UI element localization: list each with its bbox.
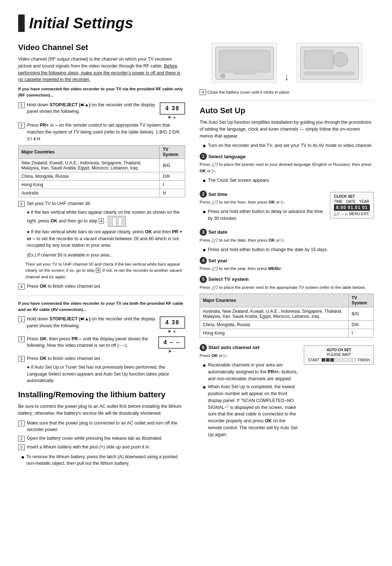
progress-bar	[322, 358, 356, 362]
table2-header-system: TV System	[348, 294, 373, 307]
video-channel-heading: Video Channel Set	[18, 43, 185, 52]
video-channel-intro: Video channel (RF output channel) is the…	[18, 56, 185, 83]
seg-7	[348, 358, 351, 362]
please-wait-label: PLEASE WAIT	[308, 353, 370, 357]
battery-step-1: 1 Make sure that the power plug is conne…	[18, 420, 185, 434]
ex-note: (Ex.) If channel 50 is available in your…	[27, 252, 185, 258]
table-row: New Zealand, Kuwait, U.A.E., Indonesia, …	[19, 159, 185, 172]
seg-6	[343, 358, 347, 362]
av-steps-list: 1 Hold down STOP/EJECT (■/▲) on the reco…	[18, 316, 155, 331]
clock-set-value: 8:00 01.01 01	[334, 204, 370, 211]
step-2-content: 2 Set time Press △▽ to set the hour, the…	[200, 187, 324, 225]
device-image-bottom	[297, 43, 362, 83]
av-step-2: 2 Press OK, then press PR – until the di…	[18, 336, 154, 349]
step-circle-3: 3	[200, 229, 207, 236]
finish-label: FINISH	[358, 358, 370, 362]
step-3-body: Press △▽ to set the date, then press OK …	[200, 237, 374, 243]
display-box-2-icon: ▶ ▲	[160, 329, 185, 333]
clock-set-nav: △▽ → ▷ MENU EXIT	[334, 212, 370, 216]
step-num-2: 2	[18, 123, 25, 128]
step-1-title: 1 Select language	[200, 153, 374, 160]
progress-row: START FINISH	[308, 358, 370, 362]
step-1-bullets: ● The Clock Set screen appears.	[203, 177, 374, 184]
right-column: ↓ 4 Close the battery cover until it cli…	[200, 43, 374, 473]
step-num-6: 4	[18, 284, 25, 290]
start-label: START	[308, 358, 319, 362]
bullet-icon-s6a: ●	[203, 362, 206, 369]
auto-ch-label: AUTO CH SET	[308, 348, 370, 352]
clock-set-box: CLOCK SET TIME DATE YEAR 8:00 01.01 01 △…	[330, 190, 374, 218]
step-2-label: Set time	[208, 192, 228, 197]
step-circle-4: 4	[200, 257, 207, 264]
rf-step-6-list: 4 Press OK to finish video channel set.	[18, 283, 185, 290]
rf-step-6: 4 Press OK to finish video channel set.	[18, 283, 185, 290]
device-images-section: ↓	[200, 43, 374, 83]
white-bars-img	[108, 216, 126, 227]
battery-step-2: 2 Open the battery cover while pressing …	[18, 435, 185, 442]
bullet-icon-s3: ●	[203, 246, 206, 253]
tv-system-table-1: Major Countries TV System New Zealand, K…	[18, 145, 185, 197]
seg-8	[352, 358, 356, 362]
display-box-3-icon: ▶ –	[158, 349, 185, 353]
display-box-1: 4 38	[160, 102, 185, 115]
step-circle-2: 2	[200, 190, 207, 198]
step-1-body: Press △▽ to place the pointer next to yo…	[200, 161, 374, 174]
svg-point-2	[221, 74, 225, 78]
seg-4	[335, 358, 338, 362]
step-num-1: 1	[18, 102, 25, 108]
arrow-connector: ↓	[284, 71, 289, 83]
step-6-body: Press OK or ▷.	[200, 353, 298, 359]
svg-rect-7	[304, 71, 355, 75]
battery-bullet-list: ● To remove the lithium battery, press t…	[21, 454, 185, 467]
av-step-1: 1 Hold down STOP/EJECT (■/▲) on the reco…	[18, 316, 155, 329]
device-image-top	[212, 43, 277, 83]
table-row: Australia, New Zealand, Kuwait, U.A.E., …	[200, 307, 374, 320]
step-5-body: Press △▽ to place the pointer next to th…	[200, 284, 374, 291]
page-title: Initial Settings	[18, 15, 374, 32]
video-channel-set-section: Video Channel Set Video channel (RF outp…	[18, 43, 185, 384]
title-bar-decoration	[18, 15, 25, 32]
step-circle-5: 5	[200, 276, 207, 283]
display-box-1-icon: ▶ ▲	[160, 115, 185, 119]
av-step-num-3: 3	[18, 356, 25, 362]
rf-steps-list: 1 Hold down STOP/EJECT (■/▲) on the reco…	[18, 102, 155, 117]
auto-set-up-section: Auto Set Up The Auto Set Up function sim…	[200, 106, 374, 441]
svg-rect-5	[304, 50, 333, 69]
table1-header-countries: Major Countries	[19, 145, 160, 159]
step-4-body: Press △▽ to set the year, then press MEN…	[200, 266, 374, 272]
bullet-icon-s6b: ●	[203, 384, 206, 390]
lithium-battery-steps: 1 Make sure that the power plug is conne…	[18, 420, 185, 451]
step-4-title: 4 Set year	[200, 257, 374, 264]
step-6-bullet-2: ● When Auto Set Up is completed, the low…	[203, 384, 298, 438]
av-connection-heading: If you have connected the video recorder…	[18, 300, 185, 313]
av-step-num-2: 2	[18, 336, 25, 342]
step-3-bullet: ● Press and hold either button to change…	[203, 246, 374, 253]
step-4-label: Set year	[208, 258, 228, 263]
bullet-dot-icon: ●	[21, 454, 25, 460]
rf-connection-heading: If you have connected the video recorder…	[18, 86, 185, 99]
av-step-4: ● If Auto Set Up or Tuner Set has not pr…	[18, 364, 185, 384]
step-2-bullets: ● Press and hold either button to delay …	[203, 208, 324, 222]
auto-set-up-heading: Auto Set Up	[200, 106, 374, 115]
svg-point-6	[333, 52, 348, 67]
tv-system-table-2: Major Countries TV System Australia, New…	[200, 294, 374, 337]
step-1-bullet: ● The Clock Set screen appears.	[203, 177, 374, 184]
step-2-bullet: ● Press and hold either button to delay …	[203, 208, 324, 222]
step-5-label: Select TV system	[208, 276, 249, 282]
time-label: TIME	[334, 200, 343, 204]
step-3-bullets: ● Press and hold either button to change…	[203, 246, 374, 253]
rf-step-3: 3 Set your TV to UHF channel 38.	[18, 200, 185, 207]
step-circle-1: 1	[200, 153, 207, 160]
step-6-content: 6 Start auto channel set Press OK or ▷. …	[200, 340, 298, 441]
lithium-battery-intro: Be sure to connect the power plug to an …	[18, 403, 185, 417]
auto-set-up-intro: The Auto Set Up function simplifies inst…	[200, 119, 374, 139]
seg-5	[339, 358, 343, 362]
display-box-3: 4 – –	[158, 336, 185, 349]
step-3-label: Set date	[208, 229, 228, 235]
clock-set-row: TIME DATE YEAR	[334, 200, 370, 204]
section-divider-right	[200, 101, 374, 101]
table-row: Hong Kong I	[200, 329, 374, 337]
table-row: China, Mongolia, Russia D/K	[19, 172, 185, 181]
svg-rect-3	[234, 70, 256, 75]
step-6-title: 6 Start auto channel set	[200, 344, 298, 351]
